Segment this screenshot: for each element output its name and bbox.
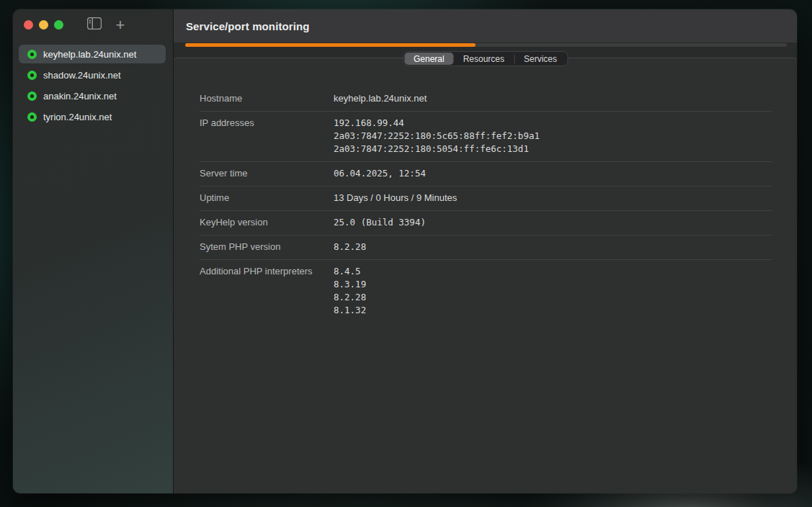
- detail-row-server-time: Server time 06.04.2025, 12:54: [200, 162, 772, 187]
- server-item-keyhelp[interactable]: keyhelp.lab.24unix.net: [19, 45, 166, 63]
- detail-label: IP addresses: [200, 117, 334, 156]
- server-item-shadow[interactable]: shadow.24unix.net: [19, 66, 166, 84]
- progress-fill: [185, 43, 476, 47]
- server-item-tyrion[interactable]: tyrion.24unix.net: [19, 107, 166, 126]
- detail-row-uptime: Uptime 13 Days / 0 Hours / 9 Minutes: [200, 187, 772, 211]
- server-name: anakin.24unix.net: [43, 91, 117, 102]
- server-item-anakin[interactable]: anakin.24unix.net: [19, 86, 166, 105]
- zoom-button[interactable]: [54, 20, 63, 30]
- server-name: shadow.24unix.net: [43, 70, 121, 81]
- detail-row-ip-addresses: IP addresses 192.168.99.44 2a03:7847:225…: [200, 112, 772, 162]
- page-title: Service/port monitoring: [186, 20, 310, 32]
- titlebar: Service/port monitoring: [174, 9, 797, 42]
- server-name: tyrion.24unix.net: [43, 112, 112, 122]
- server-list: keyhelp.lab.24unix.net shadow.24unix.net…: [13, 45, 173, 128]
- detail-label: Hostname: [200, 92, 334, 105]
- tab-bar: General Resources Services: [403, 51, 568, 66]
- content-panel: General Resources Services Hostname keyh…: [174, 58, 797, 493]
- detail-label: Sytem PHP version: [200, 241, 334, 254]
- detail-row-system-php-version: Sytem PHP version 8.2.28: [200, 235, 772, 260]
- plus-icon: +: [116, 16, 125, 34]
- detail-value: keyhelp.lab.24unix.net: [334, 92, 427, 105]
- detail-row-additional-php-interpreters: Additional PHP interpreters 8.4.5 8.3.19…: [200, 260, 772, 323]
- detail-value: 8.4.5 8.3.19 8.2.28 8.1.32: [334, 265, 366, 317]
- close-button[interactable]: [24, 20, 33, 30]
- detail-value: 192.168.99.44 2a03:7847:2252:180:5c65:88…: [334, 117, 540, 156]
- details-table: Hostname keyhelp.lab.24unix.net IP addre…: [200, 87, 772, 323]
- detail-label: KeyHelp version: [200, 216, 334, 229]
- main-pane: Service/port monitoring General Resource…: [174, 9, 797, 493]
- progress-bar: [185, 43, 787, 47]
- detail-label: Uptime: [200, 192, 334, 205]
- minimize-button[interactable]: [39, 20, 48, 30]
- status-online-icon: [27, 91, 37, 101]
- sidebar: + keyhelp.lab.24unix.net shadow.24unix.n…: [13, 9, 173, 493]
- detail-value: 06.04.2025, 12:54: [334, 167, 426, 180]
- tab-resources[interactable]: Resources: [454, 53, 514, 65]
- tab-general[interactable]: General: [404, 53, 454, 65]
- status-online-icon: [27, 71, 37, 80]
- app-window: + keyhelp.lab.24unix.net shadow.24unix.n…: [13, 9, 797, 493]
- server-name: keyhelp.lab.24unix.net: [43, 49, 136, 60]
- detail-label: Server time: [200, 167, 334, 180]
- sidebar-toolbar: +: [13, 9, 173, 30]
- detail-value: 8.2.28: [334, 241, 366, 254]
- detail-row-hostname: Hostname keyhelp.lab.24unix.net: [200, 87, 772, 112]
- status-online-icon: [27, 112, 37, 122]
- detail-label: Additional PHP interpreters: [200, 265, 334, 317]
- status-online-icon: [27, 50, 37, 59]
- detail-row-keyhelp-version: KeyHelp version 25.0 (Build 3394): [200, 211, 772, 235]
- detail-value: 13 Days / 0 Hours / 9 Minutes: [334, 192, 457, 205]
- tab-services[interactable]: Services: [514, 53, 566, 65]
- add-server-button[interactable]: +: [114, 20, 127, 30]
- sidebar-toggle-icon: [87, 17, 102, 32]
- detail-value: 25.0 (Build 3394): [334, 216, 426, 229]
- toggle-sidebar-button[interactable]: [87, 17, 102, 32]
